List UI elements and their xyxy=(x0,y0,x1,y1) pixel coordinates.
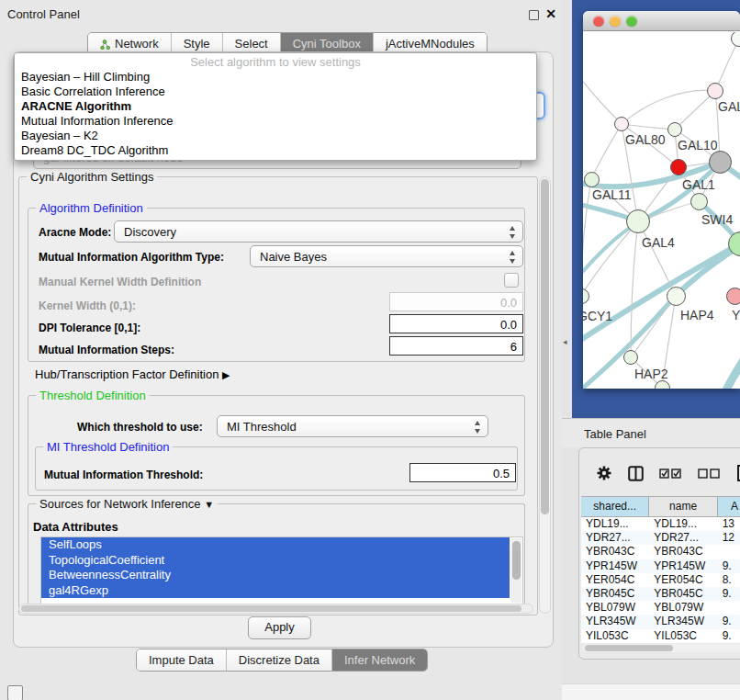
node-label: SWI4 xyxy=(701,212,733,227)
which-threshold-combo[interactable]: MI Threshold xyxy=(217,415,488,437)
table-row[interactable]: YLR345WYLR345W9. xyxy=(581,615,740,628)
hub-definition-toggle[interactable]: Hub/Transcription Factor Definition ▶ xyxy=(35,367,230,381)
stepper-icon xyxy=(475,421,481,434)
network-node[interactable] xyxy=(709,151,732,174)
table-cell: YBL079W xyxy=(649,601,717,615)
table-row[interactable]: YBR045CYBR045C9. xyxy=(581,587,740,601)
column-header-name[interactable]: name xyxy=(649,497,717,516)
data-attributes-label: Data Attributes xyxy=(33,520,118,534)
table-horizontal-scrollbar[interactable] xyxy=(583,644,740,652)
algorithm-option[interactable]: Dream8 DC_TDC Algorithm xyxy=(15,143,536,158)
settings-horizontal-scrollbar[interactable] xyxy=(18,604,533,614)
network-window: GAL7GAL80GAL10GAL1GAL11SWI4GAL4GCY1HAP4Y… xyxy=(583,11,740,389)
minimize-window-icon[interactable] xyxy=(610,16,621,27)
mi-type-combo[interactable]: Naive Bayes xyxy=(250,245,523,267)
gear-icon[interactable] xyxy=(596,465,612,481)
columns-icon[interactable] xyxy=(628,466,644,481)
aracne-mode-combo[interactable]: Discovery xyxy=(114,220,523,243)
table-cell xyxy=(718,545,740,559)
mi-steps-field[interactable]: 6 xyxy=(389,336,523,356)
algorithm-option[interactable]: Mutual Information Inference xyxy=(15,114,536,129)
tab-impute-data[interactable]: Impute Data xyxy=(137,649,226,671)
algorithm-option[interactable]: ARACNE Algorithm xyxy=(15,99,536,114)
mi-steps-label: Mutual Information Steps: xyxy=(39,344,174,356)
table-cell: 12 xyxy=(718,531,740,545)
tab-discretize-data[interactable]: Discretize Data xyxy=(226,649,331,671)
bottom-status-strip xyxy=(562,683,740,700)
algorithm-dropdown: Select algorithm to view settings Bayesi… xyxy=(14,52,537,161)
data-attribute-item[interactable]: BetweennessCentrality xyxy=(41,568,510,583)
network-node-hap4[interactable] xyxy=(667,287,686,306)
column-header-partial[interactable]: A xyxy=(718,497,740,516)
settings-vertical-scrollbar[interactable] xyxy=(539,176,551,614)
network-node-gal7[interactable] xyxy=(707,83,723,99)
cyni-bottom-tabs: Impute Data Discretize Data Infer Networ… xyxy=(136,649,428,672)
sources-group-title[interactable]: Sources for Network Inference ▼ xyxy=(36,497,218,511)
dpi-tolerance-field[interactable]: 0.0 xyxy=(389,314,523,333)
hub-definition-label: Hub/Transcription Factor Definition xyxy=(35,367,219,381)
unchecked-pair-icon[interactable] xyxy=(698,469,721,479)
tab-infer-network-label: Infer Network xyxy=(344,653,415,667)
settings-group-title: Cyni Algorithm Settings xyxy=(27,170,157,184)
zoom-window-icon[interactable] xyxy=(626,16,637,27)
gray-edge[interactable] xyxy=(583,74,622,124)
dock-panel-icon[interactable] xyxy=(7,685,23,700)
network-window-titlebar[interactable] xyxy=(583,11,740,31)
network-node-gal10[interactable] xyxy=(667,122,682,137)
table-row[interactable]: YBL079WYBL079W xyxy=(581,601,740,615)
node-label: GAL11 xyxy=(592,187,632,202)
algorithm-option[interactable]: Bayesian – K2 xyxy=(15,129,536,143)
data-attributes-listbox: SelfLoopsTopologicalCoefficientBetweenne… xyxy=(40,536,523,604)
network-tab-icon xyxy=(100,39,110,49)
network-node-gal4[interactable] xyxy=(626,209,650,233)
tab-jactivemnodules-label: jActiveMNodules xyxy=(386,37,475,51)
float-panel-icon[interactable] xyxy=(529,10,539,20)
teal-edge[interactable] xyxy=(724,356,740,389)
close-panel-icon[interactable]: ✕ xyxy=(545,6,556,21)
mi-threshold-label: Mutual Information Threshold: xyxy=(44,469,203,481)
mi-threshold-field[interactable]: 0.5 xyxy=(409,463,516,482)
checked-pair-icon[interactable] xyxy=(659,469,682,479)
gray-edge[interactable] xyxy=(583,179,591,296)
panel-divider-arrow[interactable]: ◂ xyxy=(563,337,567,346)
apply-button[interactable]: Apply xyxy=(248,616,311,639)
column-header-shared-name[interactable]: shared... xyxy=(581,497,649,516)
table-cell: 9. xyxy=(718,629,740,643)
network-node-hap2[interactable] xyxy=(623,350,638,365)
attributes-scrollbar[interactable] xyxy=(510,538,521,603)
expanded-arrow-icon: ▼ xyxy=(204,499,214,510)
data-attribute-item[interactable]: gal4RGexp xyxy=(41,583,510,599)
table-cell: YLR345W xyxy=(649,615,717,628)
mi-type-value: Naive Bayes xyxy=(260,250,327,264)
data-attribute-item[interactable]: TopologicalCoefficient xyxy=(41,553,510,569)
table-row[interactable]: YDR27...YDR27...12 xyxy=(581,531,740,545)
table-row[interactable]: YER054CYER054C8. xyxy=(581,573,740,587)
data-attribute-item[interactable]: SelfLoops xyxy=(41,537,510,553)
network-node-gal80[interactable] xyxy=(614,117,629,131)
gray-edge[interactable] xyxy=(591,124,622,179)
document-icon[interactable] xyxy=(736,465,740,481)
algorithm-option[interactable]: Basic Correlation Inference xyxy=(15,85,536,99)
table-cell: 8. xyxy=(718,573,740,587)
table-row[interactable]: YPR145WYPR145W9. xyxy=(581,559,740,573)
table-cell: 9. xyxy=(718,559,740,573)
table-cell: YER054C xyxy=(649,573,717,587)
manual-kernel-checkbox[interactable] xyxy=(504,273,519,288)
network-node-gal11[interactable] xyxy=(584,172,600,187)
kernel-width-field[interactable]: 0.0 xyxy=(389,292,523,311)
table-row[interactable]: YBR043CYBR043C xyxy=(581,545,740,559)
network-node-swi4[interactable] xyxy=(690,193,708,210)
tab-select-label: Select xyxy=(235,37,268,51)
network-canvas[interactable]: GAL7GAL80GAL10GAL1GAL11SWI4GAL4GCY1HAP4Y… xyxy=(583,32,740,389)
gray-edge[interactable] xyxy=(638,221,676,296)
network-node-gal1[interactable] xyxy=(670,159,687,175)
network-node-y[interactable] xyxy=(726,288,740,305)
gray-edge[interactable] xyxy=(583,221,638,296)
gray-edge[interactable] xyxy=(622,90,715,124)
table-row[interactable]: YIL053CYIL053C9. xyxy=(581,629,740,643)
close-window-icon[interactable] xyxy=(593,16,604,27)
tab-infer-network[interactable]: Infer Network xyxy=(331,649,427,671)
algorithm-option[interactable]: Bayesian – Hill Climbing xyxy=(15,70,536,85)
table-row[interactable]: YDL19...YDL19...13 xyxy=(581,517,740,531)
node-label: GAL80 xyxy=(625,132,666,147)
